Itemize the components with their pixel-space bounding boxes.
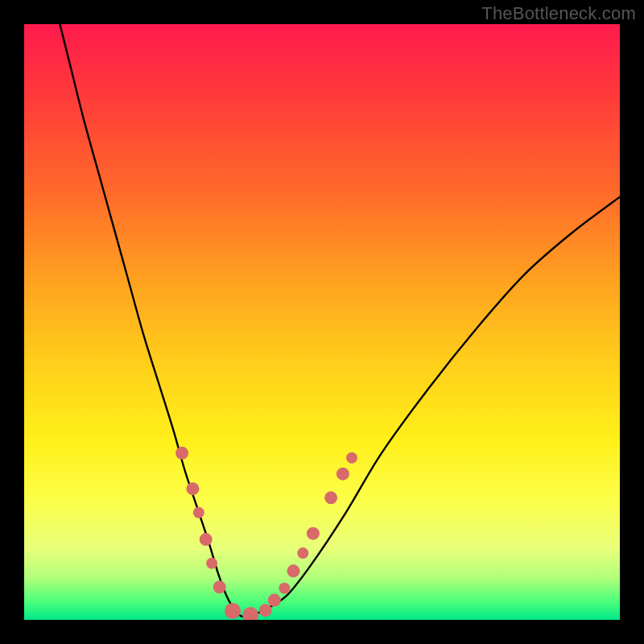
highlight-dot: [206, 558, 217, 569]
highlight-dot: [346, 452, 357, 464]
highlight-dots: [175, 447, 357, 620]
highlight-dot: [297, 547, 308, 559]
chart-svg: [24, 24, 620, 620]
highlight-dot: [193, 507, 204, 518]
highlight-dot: [242, 607, 258, 620]
highlight-dot: [307, 527, 320, 540]
highlight-dot: [186, 482, 199, 495]
watermark-text: TheBottleneck.com: [481, 3, 636, 24]
highlight-dot: [175, 447, 188, 460]
highlight-dot: [324, 491, 337, 504]
highlight-dot: [268, 594, 281, 607]
highlight-dot: [336, 468, 349, 481]
highlight-dot: [213, 580, 226, 593]
plot-area: [24, 24, 620, 620]
highlight-dot: [200, 533, 213, 546]
highlight-dot: [225, 603, 241, 619]
highlight-dot: [279, 583, 290, 594]
highlight-dot: [259, 604, 272, 617]
chart-frame: TheBottleneck.com: [0, 0, 644, 644]
bottleneck-curve: [60, 24, 620, 617]
highlight-dot: [287, 564, 299, 577]
